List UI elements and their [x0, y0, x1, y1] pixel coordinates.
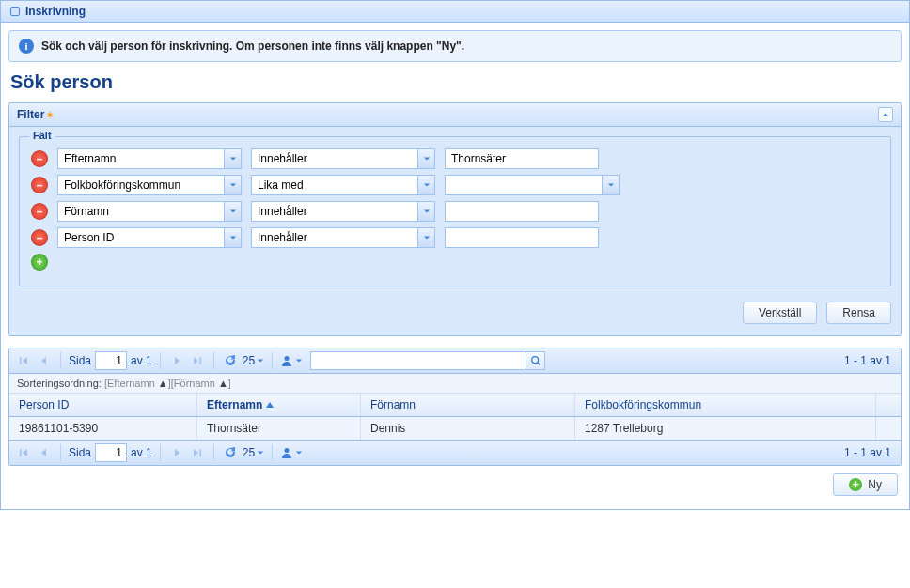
- chevron-down-icon[interactable]: [224, 176, 241, 194]
- chevron-down-icon[interactable]: [417, 176, 434, 194]
- chevron-down-icon[interactable]: [417, 202, 434, 221]
- person-icon: [280, 354, 293, 367]
- separator: [160, 444, 161, 461]
- filter-op-input[interactable]: [252, 202, 417, 221]
- new-button[interactable]: + Ny: [833, 473, 898, 496]
- filter-fieldset: Fält –: [19, 136, 891, 286]
- filter-panel-body: Fält –: [9, 127, 901, 335]
- window-titlebar: Inskrivning: [1, 1, 909, 23]
- column-person-id[interactable]: Person ID: [9, 394, 197, 416]
- user-menu[interactable]: [280, 446, 303, 459]
- info-icon: i: [19, 39, 34, 54]
- filter-op-input[interactable]: [252, 149, 417, 168]
- filter-field-combo[interactable]: [57, 201, 242, 222]
- add-filter-button[interactable]: +: [31, 254, 48, 271]
- filter-op-combo[interactable]: [251, 175, 435, 195]
- pagesize-menu[interactable]: 25: [243, 354, 264, 367]
- filter-op-combo[interactable]: [251, 148, 435, 169]
- info-text: Sök och välj person för inskrivning. Om …: [41, 39, 464, 53]
- filter-panel-title: Filter✶: [17, 108, 54, 121]
- refresh-button[interactable]: [222, 352, 239, 369]
- filter-op-input[interactable]: [252, 176, 417, 194]
- last-page-button[interactable]: [189, 444, 206, 461]
- last-page-button[interactable]: [189, 352, 206, 369]
- filter-field-combo[interactable]: [57, 148, 242, 169]
- filter-field-input[interactable]: [58, 176, 224, 194]
- refresh-button[interactable]: [222, 444, 239, 461]
- remove-filter-button[interactable]: –: [31, 229, 48, 246]
- search-button[interactable]: [526, 351, 545, 370]
- separator: [272, 444, 273, 461]
- remove-filter-button[interactable]: –: [31, 150, 48, 167]
- column-efternamn[interactable]: Efternamn: [197, 394, 361, 416]
- table-row[interactable]: 19861101-5390 Thornsäter Dennis 1287 Tre…: [9, 417, 901, 440]
- filter-op-input[interactable]: [252, 228, 417, 247]
- search-input[interactable]: [310, 351, 526, 370]
- info-box: i Sök och välj person för inskrivning. O…: [8, 30, 902, 62]
- chevron-up-icon: [882, 111, 889, 118]
- separator: [213, 352, 214, 369]
- separator: [60, 444, 61, 461]
- chevron-down-icon: [257, 449, 264, 456]
- filter-field-input[interactable]: [58, 202, 224, 221]
- first-page-button[interactable]: [15, 352, 32, 369]
- svg-point-1: [531, 357, 538, 364]
- first-page-button[interactable]: [15, 444, 32, 461]
- prev-page-button[interactable]: [36, 352, 53, 369]
- filter-field-input[interactable]: [58, 149, 224, 168]
- filter-button-row: Verkställ Rensa: [19, 302, 891, 324]
- filter-field-input[interactable]: [58, 228, 224, 247]
- grid-header: Person ID Efternamn Förnamn Folkbokförin…: [9, 394, 901, 417]
- filter-row: –: [31, 201, 879, 222]
- filter-field-combo[interactable]: [57, 227, 242, 248]
- next-page-button[interactable]: [168, 352, 185, 369]
- content-area: i Sök och välj person för inskrivning. O…: [1, 23, 909, 509]
- person-icon: [280, 446, 293, 459]
- chevron-down-icon[interactable]: [417, 149, 434, 168]
- pagesize-menu[interactable]: 25: [243, 446, 264, 459]
- filter-op-combo[interactable]: [251, 227, 435, 248]
- cell-fornamn: Dennis: [361, 417, 575, 440]
- separator: [160, 352, 161, 369]
- results-grid: Sida av 1 25: [8, 348, 902, 466]
- chevron-down-icon[interactable]: [417, 228, 434, 247]
- remove-filter-button[interactable]: –: [31, 177, 48, 193]
- chevron-down-icon[interactable]: [602, 176, 619, 194]
- filter-field-combo[interactable]: [57, 175, 242, 195]
- column-kommun[interactable]: Folkbokföringskommun: [575, 394, 876, 416]
- page-number-input[interactable]: [95, 443, 127, 462]
- svg-point-2: [285, 448, 290, 453]
- filter-value-input[interactable]: [445, 201, 599, 222]
- chevron-down-icon: [295, 449, 303, 456]
- column-fornamn[interactable]: Förnamn: [361, 394, 575, 416]
- page-number-input[interactable]: [95, 351, 127, 370]
- filter-op-combo[interactable]: [251, 201, 435, 222]
- prev-page-button[interactable]: [36, 444, 53, 461]
- page-title: Sök person: [10, 71, 900, 93]
- chevron-down-icon[interactable]: [224, 149, 241, 168]
- next-page-button[interactable]: [168, 444, 185, 461]
- new-button-label: Ny: [868, 478, 882, 491]
- filter-row: –: [31, 175, 879, 195]
- chevron-down-icon: [295, 357, 303, 364]
- chevron-down-icon[interactable]: [224, 228, 241, 247]
- plus-icon: +: [849, 478, 862, 491]
- page-label-suffix: av 1: [131, 354, 152, 367]
- filter-value-combo[interactable]: [445, 175, 620, 195]
- search-icon: [530, 355, 541, 366]
- chevron-down-icon: [257, 357, 264, 364]
- filter-panel-header[interactable]: Filter✶: [9, 103, 901, 127]
- cell-person-id: 19861101-5390: [9, 417, 197, 440]
- apply-button[interactable]: Verkställ: [743, 302, 817, 324]
- filter-value-input[interactable]: [445, 148, 599, 169]
- collapse-button[interactable]: [878, 107, 893, 122]
- filter-value-input[interactable]: [446, 176, 602, 194]
- remove-filter-button[interactable]: –: [31, 203, 48, 220]
- window-title: Inskrivning: [25, 5, 86, 18]
- clear-button[interactable]: Rensa: [826, 302, 891, 324]
- user-menu[interactable]: [280, 354, 303, 367]
- filter-row: –: [31, 227, 879, 248]
- chevron-down-icon[interactable]: [224, 202, 241, 221]
- filter-value-input[interactable]: [445, 227, 599, 248]
- separator: [213, 444, 214, 461]
